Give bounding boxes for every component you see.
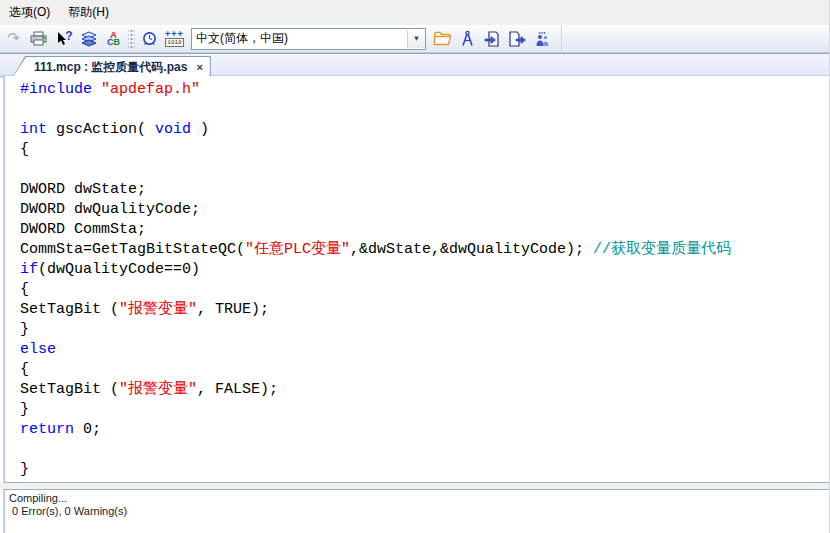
import-icon (484, 31, 502, 47)
layers-button[interactable] (76, 27, 101, 51)
help-cursor-icon: ? (56, 31, 72, 47)
code-line (20, 160, 829, 180)
tab-active-document[interactable]: 111.mcp : 监控质量代码.pas × (12, 56, 211, 78)
redo-icon: ↷ (7, 30, 20, 45)
code-line: CommSta=GetTagBitStateQC("任意PLC变量",&dwSt… (20, 240, 829, 260)
clock-icon (141, 30, 158, 47)
code-line: #include "apdefap.h" (20, 80, 829, 100)
tab-close-icon[interactable]: × (196, 61, 202, 73)
code-line: { (20, 140, 829, 160)
timers-button[interactable] (137, 27, 162, 51)
code-area[interactable]: #include "apdefap.h" int gscAction( void… (3, 76, 829, 483)
output-result-line: 0 Error(s), 0 Warning(s) (9, 505, 825, 518)
code-line: int gscAction( void ) (20, 120, 829, 140)
rename-letters-icon: A CB (107, 32, 120, 46)
toolbar-grip-separator (128, 30, 135, 48)
menu-item-help[interactable]: 帮助(H) (59, 0, 118, 25)
compiler-output-pane: Compiling... 0 Error(s), 0 Warning(s) (3, 489, 829, 533)
code-line: } (20, 460, 829, 480)
tag-values-button[interactable]: +++ 1010 (162, 27, 187, 51)
code-line: DWORD dwQualityCode; (20, 200, 829, 220)
code-line: SetTagBit ("报警变量", TRUE); (20, 300, 829, 320)
tag-values-icon: +++ 1010 (165, 31, 184, 47)
redo-button[interactable]: ↷ (1, 27, 26, 51)
users-icon (534, 31, 551, 47)
tab-label: 111.mcp : 监控质量代码.pas (34, 59, 187, 76)
code-line: } (20, 400, 829, 420)
code-line: } (20, 320, 829, 340)
toolbar-group: ↷ ? (1, 25, 562, 52)
compass-icon (460, 30, 475, 47)
code-line: { (20, 360, 829, 380)
language-select[interactable]: 中文(简体，中国) ▼ (191, 28, 426, 50)
context-help-button[interactable]: ? (51, 27, 76, 51)
code-line: DWORD CommSta; (20, 220, 829, 240)
users-button[interactable] (530, 27, 555, 51)
compile-button[interactable] (455, 27, 480, 51)
import-button[interactable] (480, 27, 505, 51)
code-line: if(dwQualityCode==0) (20, 260, 829, 280)
code-line: else (20, 340, 829, 360)
toolbar: ↷ ? (0, 25, 829, 53)
document-tab-bar: 111.mcp : 监控质量代码.pas × (0, 53, 829, 78)
export-icon (508, 31, 527, 47)
menu-item-options[interactable]: 选项(O) (0, 0, 59, 25)
code-line: return 0; (20, 420, 829, 440)
chevron-down-icon: ▼ (413, 35, 421, 43)
print-icon (30, 31, 47, 46)
project-folder-button[interactable] (430, 27, 455, 51)
menu-bar: 选项(O) 帮助(H) (0, 0, 829, 25)
code-line: { (20, 280, 829, 300)
language-select-dropdown-button[interactable]: ▼ (407, 30, 425, 48)
output-status-line: Compiling... (9, 492, 825, 505)
folder-icon (433, 31, 452, 46)
rename-button[interactable]: A CB (101, 27, 126, 51)
code-line: SetTagBit ("报警变量", FALSE); (20, 380, 829, 400)
script-editor-window: { "menu": { "items": [ {"label": "选项(O)"… (0, 0, 830, 533)
export-button[interactable] (505, 27, 530, 51)
language-select-value: 中文(简体，中国) (192, 30, 407, 47)
code-line (20, 100, 829, 120)
code-line: DWORD dwState; (20, 180, 829, 200)
layers-icon (80, 31, 98, 47)
print-button[interactable] (26, 27, 51, 51)
code-line (20, 440, 829, 460)
